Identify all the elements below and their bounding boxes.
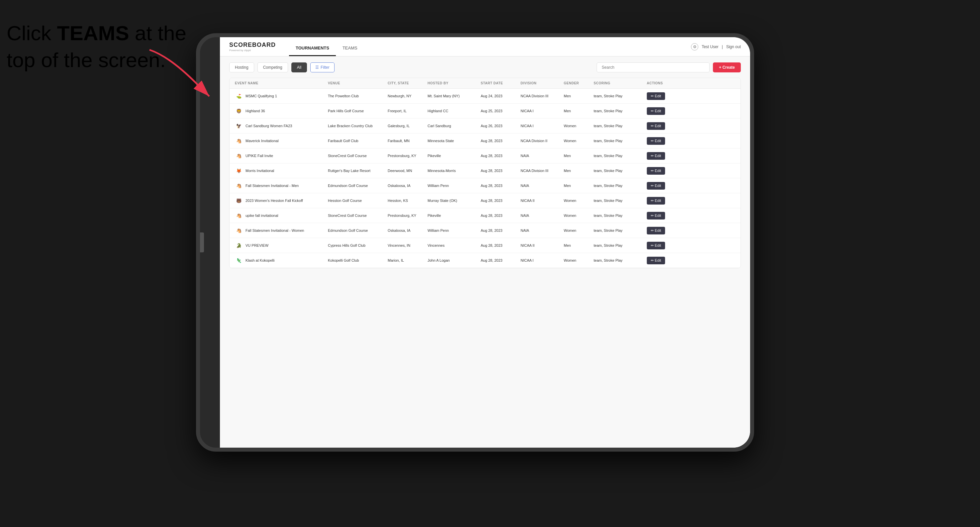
table-row: 🐊 VU PREVIEW Cypress Hills Golf Club Vin…: [229, 238, 740, 253]
edit-button[interactable]: ✏ Edit: [647, 242, 665, 249]
team-icon: 🐴: [235, 211, 243, 219]
hosted-cell: William Penn: [428, 229, 481, 232]
edit-button[interactable]: ✏ Edit: [647, 257, 665, 264]
hosted-cell: John A Logan: [428, 258, 481, 262]
gender-cell: Men: [564, 184, 593, 187]
create-button[interactable]: + Create: [713, 62, 741, 72]
scoring-cell: team, Stroke Play: [593, 109, 647, 113]
city-cell: Oskaloosa, IA: [388, 184, 428, 187]
actions-cell: ✏ Edit: [647, 182, 680, 190]
date-cell: Aug 28, 2023: [481, 258, 520, 262]
team-icon: 🐊: [235, 241, 243, 249]
edit-button[interactable]: ✏ Edit: [647, 152, 665, 160]
scoring-cell: team, Stroke Play: [593, 184, 647, 187]
city-cell: Prestonsburg, KY: [388, 214, 428, 217]
team-icon: 🦁: [235, 107, 243, 115]
edit-button[interactable]: ✏ Edit: [647, 137, 665, 145]
edit-button[interactable]: ✏ Edit: [647, 212, 665, 219]
division-cell: NAIA: [520, 229, 564, 232]
edit-button[interactable]: ✏ Edit: [647, 167, 665, 175]
all-filter-btn[interactable]: All: [291, 62, 307, 72]
filter-icon: ☰: [315, 65, 319, 70]
settings-icon[interactable]: ⚙: [691, 43, 698, 51]
division-cell: NICAA I: [520, 109, 564, 113]
edit-button[interactable]: ✏ Edit: [647, 107, 665, 115]
scoring-cell: team, Stroke Play: [593, 243, 647, 248]
gender-cell: Women: [564, 124, 593, 128]
venue-cell: StoneCrest Golf Course: [328, 154, 388, 158]
logo-text: SCOREBOARD: [229, 41, 276, 49]
gender-cell: Men: [564, 243, 593, 248]
team-icon: 🐴: [235, 182, 243, 190]
scoring-cell: team, Stroke Play: [593, 214, 647, 217]
city-cell: Oskaloosa, IA: [388, 229, 428, 232]
event-name-cell: 🦅 Carl Sandburg Women FA23: [235, 122, 328, 130]
instruction-bold: TEAMS: [57, 22, 129, 44]
division-cell: NCAA Division II: [520, 139, 564, 143]
date-cell: Aug 25, 2023: [481, 109, 520, 113]
table-row: 🐴 Maverick Invitational Faribault Golf C…: [229, 133, 740, 148]
date-cell: Aug 28, 2023: [481, 214, 520, 217]
gender-cell: Men: [564, 109, 593, 113]
venue-cell: StoneCrest Golf Course: [328, 214, 388, 217]
tablet-screen: SCOREBOARD Powered by clippit TOURNAMENT…: [220, 37, 750, 448]
tab-tournaments[interactable]: TOURNAMENTS: [289, 37, 336, 56]
table-row: 🐴 Fall Statesmen Invitational - Women Ed…: [229, 223, 740, 238]
tab-teams[interactable]: TEAMS: [336, 37, 364, 56]
hosting-filter-btn[interactable]: Hosting: [229, 62, 254, 72]
scoring-cell: team, Stroke Play: [593, 139, 647, 143]
team-icon: ⛳: [235, 92, 243, 100]
date-cell: Aug 28, 2023: [481, 229, 520, 232]
venue-cell: Hesston Golf Course: [328, 198, 388, 203]
city-cell: Galesburg, IL: [388, 124, 428, 128]
table-header: EVENT NAME VENUE CITY, STATE HOSTED BY S…: [229, 78, 740, 89]
edit-button[interactable]: ✏ Edit: [647, 197, 665, 205]
division-cell: NAIA: [520, 184, 564, 187]
actions-cell: ✏ Edit: [647, 137, 680, 145]
date-cell: Aug 28, 2023: [481, 243, 520, 248]
gender-cell: Women: [564, 198, 593, 203]
gender-cell: Men: [564, 94, 593, 98]
actions-cell: ✏ Edit: [647, 107, 680, 115]
event-name-cell: 🐻 2023 Women's Hesston Fall Kickoff: [235, 197, 328, 205]
sign-out-link[interactable]: Sign out: [726, 44, 741, 49]
hosted-cell: Minnesota State: [428, 139, 481, 143]
event-name: Fall Statesmen Invitational - Men: [245, 184, 299, 187]
filter-icon-button[interactable]: ☰ Filter: [310, 62, 334, 72]
event-name-cell: 🦁 Highland 36: [235, 107, 328, 115]
tablet-frame: SCOREBOARD Powered by clippit TOURNAMENT…: [196, 33, 754, 452]
event-name-cell: 🐴 Fall Statesmen Invitational - Women: [235, 227, 328, 235]
event-name-cell: 🐊 VU PREVIEW: [235, 241, 328, 249]
event-name-cell: ⛳ MSMC Qualifying 1: [235, 92, 328, 100]
city-cell: Freeport, IL: [388, 109, 428, 113]
date-cell: Aug 26, 2023: [481, 124, 520, 128]
event-name-cell: 🦎 Klash at Kokopelli: [235, 256, 328, 264]
division-cell: NICAA I: [520, 124, 564, 128]
gender-cell: Men: [564, 169, 593, 173]
edit-button[interactable]: ✏ Edit: [647, 122, 665, 130]
competing-filter-btn[interactable]: Competing: [258, 62, 288, 72]
actions-cell: ✏ Edit: [647, 92, 680, 100]
hosted-cell: Vincennes: [428, 243, 481, 248]
edit-button[interactable]: ✏ Edit: [647, 92, 665, 100]
event-name-cell: 🦊 Morris Invitational: [235, 167, 328, 175]
date-cell: Aug 28, 2023: [481, 139, 520, 143]
actions-cell: ✏ Edit: [647, 167, 680, 175]
event-name: 2023 Women's Hesston Fall Kickoff: [245, 198, 303, 203]
hosted-cell: Highland CC: [428, 109, 481, 113]
gender-cell: Women: [564, 214, 593, 217]
scoring-cell: team, Stroke Play: [593, 229, 647, 232]
date-cell: Aug 28, 2023: [481, 154, 520, 158]
city-cell: Deerwood, MN: [388, 169, 428, 173]
event-name: MSMC Qualifying 1: [245, 94, 277, 98]
side-tab: [200, 232, 204, 252]
actions-cell: ✏ Edit: [647, 152, 680, 160]
th-venue: VENUE: [328, 81, 388, 85]
team-icon: 🐴: [235, 227, 243, 235]
edit-button[interactable]: ✏ Edit: [647, 227, 665, 235]
search-input[interactable]: [597, 62, 710, 72]
venue-cell: Edmundson Golf Course: [328, 229, 388, 232]
edit-button[interactable]: ✏ Edit: [647, 182, 665, 190]
actions-cell: ✏ Edit: [647, 257, 680, 264]
event-name: Carl Sandburg Women FA23: [245, 124, 292, 128]
